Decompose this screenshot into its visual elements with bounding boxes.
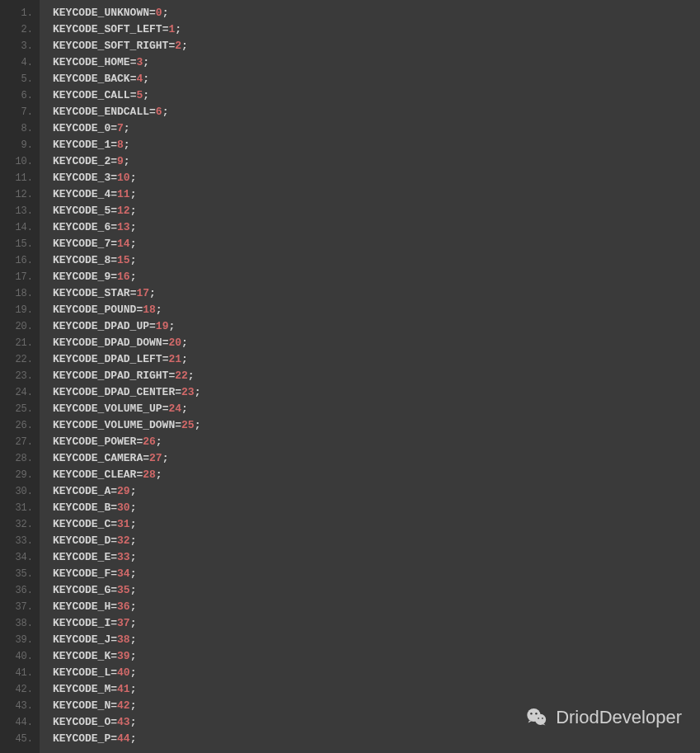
line-number: 38. (0, 615, 40, 632)
token-equals: = (175, 386, 181, 398)
token-equals: = (110, 666, 117, 679)
token-semicolon: ; (130, 600, 137, 613)
code-area[interactable]: KEYCODE_UNKNOWN=0;KEYCODE_SOFT_LEFT=1;KE… (40, 0, 700, 753)
line-number: 1. (0, 5, 40, 21)
code-line: KEYCODE_B=30; (53, 500, 700, 516)
token-identifier: KEYCODE_CLEAR (53, 468, 136, 481)
token-number: 33 (117, 551, 130, 563)
token-semicolon: ; (143, 56, 149, 68)
token-identifier: KEYCODE_M (53, 683, 110, 695)
token-semicolon: ; (149, 287, 156, 299)
token-number: 7 (117, 122, 124, 134)
token-equals: = (110, 172, 117, 184)
line-number: 3. (0, 38, 40, 54)
code-line: KEYCODE_F=34; (53, 566, 700, 582)
line-number: 20. (0, 318, 40, 335)
token-identifier: KEYCODE_HOME (53, 56, 130, 68)
code-line: KEYCODE_POWER=26; (53, 434, 700, 450)
line-number: 12. (0, 186, 40, 203)
line-number: 4. (0, 54, 40, 71)
token-number: 10 (117, 172, 130, 184)
code-line: KEYCODE_H=36; (53, 599, 700, 615)
code-line: KEYCODE_A=29; (53, 483, 700, 500)
token-identifier: KEYCODE_6 (53, 221, 110, 233)
token-identifier: KEYCODE_G (53, 584, 110, 596)
token-equals: = (110, 139, 117, 151)
line-number: 43. (0, 698, 40, 714)
line-number: 42. (0, 681, 40, 698)
token-semicolon: ; (124, 139, 130, 151)
line-number: 18. (0, 285, 40, 302)
line-number: 29. (0, 467, 40, 483)
token-equals: = (110, 254, 117, 266)
token-semicolon: ; (195, 386, 201, 398)
code-line: KEYCODE_9=16; (53, 269, 700, 285)
line-number: 24. (0, 384, 40, 401)
line-number: 9. (0, 137, 40, 153)
code-line: KEYCODE_DPAD_LEFT=21; (53, 351, 700, 368)
token-number: 23 (181, 386, 195, 398)
line-number: 40. (0, 648, 40, 665)
token-equals: = (110, 271, 117, 283)
code-line: KEYCODE_8=15; (53, 252, 700, 269)
code-line: KEYCODE_ENDCALL=6; (53, 104, 700, 120)
token-equals: = (110, 205, 117, 217)
line-number: 22. (0, 351, 40, 368)
token-identifier: KEYCODE_4 (53, 188, 110, 200)
token-number: 32 (117, 534, 130, 547)
token-semicolon: ; (130, 683, 137, 695)
token-identifier: KEYCODE_DPAD_RIGHT (53, 369, 168, 382)
token-identifier: KEYCODE_N (53, 699, 110, 712)
token-equals: = (110, 188, 117, 200)
code-line: KEYCODE_SOFT_RIGHT=2; (53, 38, 700, 54)
line-number: 10. (0, 153, 40, 170)
token-number: 12 (117, 205, 130, 217)
token-semicolon: ; (130, 551, 137, 563)
token-equals: = (110, 518, 117, 530)
token-identifier: KEYCODE_J (53, 633, 110, 646)
token-semicolon: ; (156, 304, 162, 316)
line-number: 19. (0, 302, 40, 318)
token-identifier: KEYCODE_CAMERA (53, 452, 143, 464)
token-equals: = (110, 617, 117, 629)
token-number: 8 (117, 139, 124, 151)
line-number: 21. (0, 335, 40, 351)
code-line: KEYCODE_VOLUME_DOWN=25; (53, 417, 700, 434)
line-number: 13. (0, 203, 40, 219)
token-number: 15 (117, 254, 130, 266)
token-semicolon: ; (168, 320, 175, 332)
token-identifier: KEYCODE_E (53, 551, 110, 563)
code-line: KEYCODE_HOME=3; (53, 54, 700, 71)
token-identifier: KEYCODE_B (53, 501, 110, 514)
token-equals: = (110, 633, 117, 646)
token-equals: = (149, 320, 156, 332)
token-identifier: KEYCODE_DPAD_LEFT (53, 353, 162, 365)
line-number: 14. (0, 219, 40, 236)
token-identifier: KEYCODE_A (53, 485, 110, 497)
code-line: KEYCODE_1=8; (53, 137, 700, 153)
token-identifier: KEYCODE_H (53, 600, 110, 613)
code-line: KEYCODE_C=31; (53, 516, 700, 533)
token-semicolon: ; (175, 23, 181, 35)
token-semicolon: ; (195, 419, 201, 431)
token-semicolon: ; (124, 122, 130, 134)
svg-point-3 (535, 713, 537, 714)
token-number: 24 (168, 402, 181, 415)
line-number: 35. (0, 566, 40, 582)
token-semicolon: ; (130, 617, 137, 629)
token-number: 14 (117, 238, 130, 250)
token-number: 26 (143, 435, 156, 448)
token-semicolon: ; (124, 155, 130, 167)
token-identifier: KEYCODE_DPAD_UP (53, 320, 149, 332)
token-equals: = (110, 155, 117, 167)
token-semicolon: ; (143, 89, 149, 101)
line-number: 26. (0, 417, 40, 434)
token-semicolon: ; (130, 221, 137, 233)
token-equals: = (110, 650, 117, 662)
token-number: 18 (143, 304, 156, 316)
token-equals: = (110, 551, 117, 563)
line-number: 44. (0, 714, 40, 731)
token-equals: = (110, 732, 117, 745)
code-line: KEYCODE_CALL=5; (53, 87, 700, 104)
code-line: KEYCODE_SOFT_LEFT=1; (53, 21, 700, 38)
